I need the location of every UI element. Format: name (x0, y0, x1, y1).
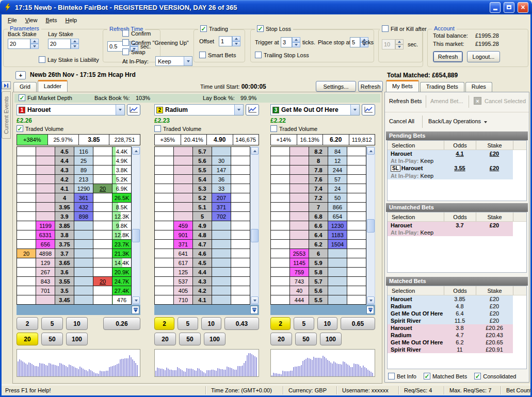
back-cell[interactable] (74, 268, 93, 277)
tab-my-bets[interactable]: My Bets (386, 80, 419, 92)
left-cell[interactable] (155, 249, 174, 258)
lay-cell[interactable]: 371 (174, 240, 193, 249)
left-cell[interactable] (155, 212, 174, 221)
price-cell[interactable]: 4 (55, 193, 74, 203)
fill-or-kill-checkbox[interactable]: ✓ (382, 25, 389, 32)
bet-stake[interactable]: £20 (476, 164, 513, 172)
lay-cell[interactable] (174, 203, 193, 212)
side-cell[interactable] (231, 249, 250, 258)
side-cell[interactable] (347, 249, 366, 258)
side-cell[interactable] (347, 147, 366, 156)
traded-volume-checkbox[interactable]: ✓ (270, 125, 277, 132)
price-cell[interactable]: 5.6 (309, 286, 328, 295)
back-cell[interactable]: 24 (328, 184, 347, 193)
consolidated-checkbox[interactable]: ✓ (474, 373, 481, 379)
side-cell[interactable] (93, 212, 112, 221)
lay-cell[interactable] (290, 147, 309, 156)
stake-button-10[interactable]: 10 (317, 317, 337, 330)
confirm-checkbox[interactable]: ✓ (122, 30, 129, 37)
lay-cell[interactable]: 405 (174, 286, 193, 295)
back-cell[interactable]: 25 (74, 156, 93, 166)
back-cell[interactable] (74, 230, 93, 240)
bet-row[interactable]: SLHarouet3.55£20 (388, 164, 526, 172)
price-cell[interactable]: 7.6 (309, 175, 328, 184)
back-cell[interactable] (328, 295, 347, 305)
back-cell[interactable]: 361 (74, 193, 93, 203)
tick-value-button[interactable]: 0.65 (341, 317, 375, 330)
lay-cell[interactable] (36, 156, 55, 166)
traded-volume-checkbox[interactable]: ✓ (154, 125, 161, 132)
left-cell[interactable] (271, 221, 290, 230)
price-cell[interactable]: 4.8 (193, 230, 212, 240)
stake-button-2[interactable]: 2 (154, 317, 174, 330)
side-cell[interactable] (93, 295, 112, 305)
back-cell[interactable] (212, 286, 231, 295)
scroll-down-icon[interactable] (132, 296, 140, 304)
price-cell[interactable]: 4.5 (55, 147, 74, 156)
trailing-stop-checkbox[interactable]: ✓ (255, 52, 262, 58)
back-cell[interactable] (328, 249, 347, 258)
left-cell[interactable] (271, 295, 290, 305)
confirm-greening-checkbox[interactable]: ✓ (122, 39, 129, 46)
bet-row[interactable]: Harouet3.85£20 (388, 295, 526, 303)
back-cell[interactable]: 1183 (328, 230, 347, 240)
price-cell[interactable]: 5.3 (193, 184, 212, 193)
price-cell[interactable]: 4.9 (193, 221, 212, 230)
account-refresh-button[interactable]: Refresh (433, 51, 463, 62)
side-cell[interactable] (93, 147, 112, 156)
left-cell[interactable] (155, 240, 174, 249)
side-cell[interactable] (347, 268, 366, 277)
vertical-scrollbar[interactable] (250, 146, 259, 305)
back-cell[interactable] (74, 221, 93, 230)
side-cell[interactable] (347, 156, 366, 166)
stake-button-5[interactable]: 5 (41, 317, 63, 330)
lay-cell[interactable] (36, 184, 55, 193)
price-cell[interactable]: 3.6 (55, 268, 74, 277)
left-cell[interactable] (17, 212, 36, 221)
price-cell[interactable]: 3.75 (55, 240, 74, 249)
left-cell[interactable] (155, 277, 174, 286)
stake-button-100[interactable]: 100 (66, 333, 88, 345)
side-cell[interactable] (93, 268, 112, 277)
lay-cell[interactable] (174, 147, 193, 156)
lay-cell[interactable] (290, 175, 309, 184)
side-cell[interactable] (231, 156, 250, 166)
price-cell[interactable]: 5 (193, 212, 212, 221)
lay-cell[interactable]: 843 (36, 277, 55, 286)
offset-input[interactable] (219, 36, 232, 46)
back-cell[interactable]: 36 (212, 175, 231, 184)
lay-stake-input[interactable] (48, 39, 71, 49)
lay-cell[interactable] (36, 203, 55, 212)
left-cell[interactable] (155, 230, 174, 240)
lay-cell[interactable]: 125 (174, 268, 193, 277)
back-stake-spinner[interactable] (30, 39, 39, 49)
chevron-down-icon[interactable] (350, 105, 359, 115)
center-ladder-button[interactable] (132, 306, 139, 314)
bet-row[interactable]: Harouet3.7£20 (388, 222, 526, 229)
back-cell[interactable]: 371 (212, 203, 231, 212)
cancel-all-button[interactable]: Cancel All (389, 118, 414, 124)
side-cell[interactable] (347, 240, 366, 249)
lay-cell[interactable]: 901 (174, 230, 193, 240)
side-cell[interactable] (231, 193, 250, 203)
chart-button[interactable] (127, 104, 140, 115)
back-cell[interactable] (212, 268, 231, 277)
back-cell[interactable]: 12 (328, 156, 347, 166)
backlay-operations-button[interactable]: Back/Lay Operations (428, 118, 487, 124)
price-cell[interactable]: 6 (309, 249, 328, 258)
scroll-up-icon[interactable] (132, 147, 140, 155)
back-cell[interactable]: 84 (328, 147, 347, 156)
left-cell[interactable] (17, 268, 36, 277)
left-cell[interactable] (271, 268, 290, 277)
left-cell[interactable] (271, 184, 290, 193)
stake-button-2[interactable]: 2 (270, 317, 291, 330)
price-cell[interactable]: 3.95 (55, 203, 74, 212)
back-cell[interactable]: 57 (328, 175, 347, 184)
back-cell[interactable] (212, 258, 231, 268)
bet-row[interactable]: Harouet4.1£20 (388, 150, 526, 157)
trading-checkbox[interactable]: ✓ (200, 25, 207, 32)
price-cell[interactable]: 5.1 (193, 203, 212, 212)
side-cell[interactable] (93, 166, 112, 175)
left-cell[interactable] (271, 203, 290, 212)
back-cell[interactable] (74, 249, 93, 258)
